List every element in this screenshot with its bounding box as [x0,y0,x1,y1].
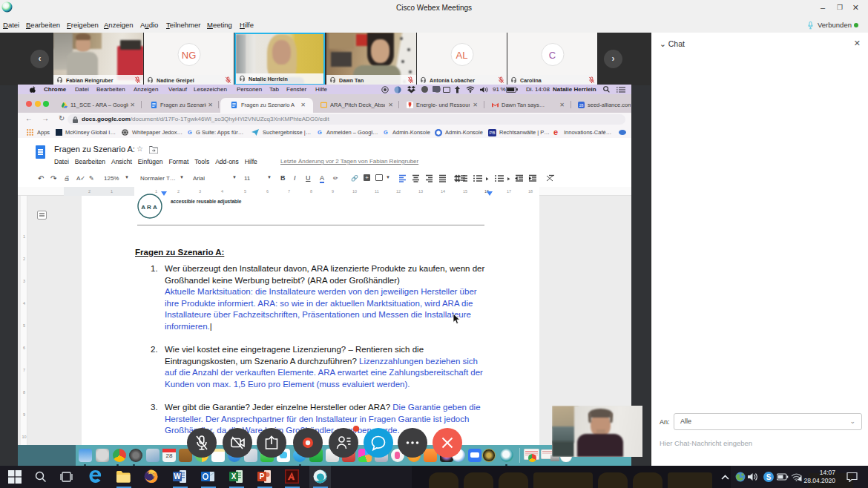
svg-text:ARA: ARA [141,204,158,211]
svg-text:P: P [260,472,265,481]
svg-text:S: S [766,473,772,481]
svg-text:X: X [231,472,237,481]
svg-text:28: 28 [579,104,584,108]
svg-text:W: W [174,472,181,481]
